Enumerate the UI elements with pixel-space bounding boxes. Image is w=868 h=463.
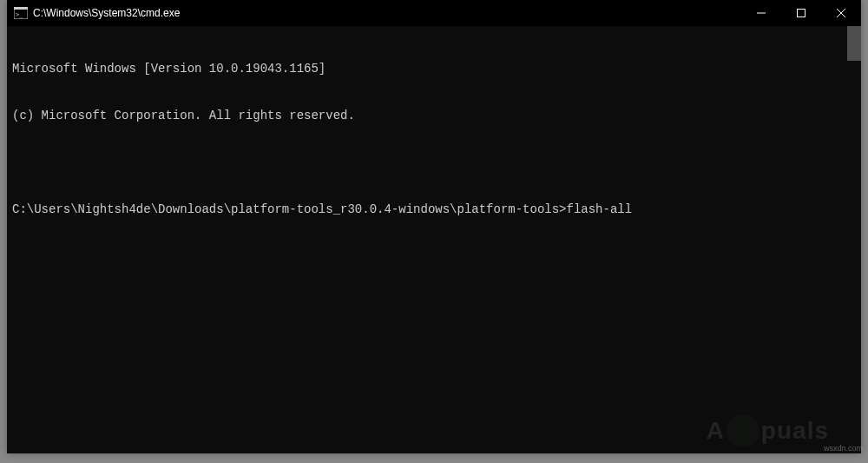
terminal-blank-line	[12, 155, 856, 170]
watermark-site: wsxdn.com	[824, 444, 863, 453]
cmd-window: >_ C:\Windows\System32\cmd.exe Microsoft…	[7, 0, 861, 453]
cmd-icon: >_	[14, 7, 28, 19]
watermark-logo: A puals	[707, 414, 829, 447]
terminal-output-line: Microsoft Windows [Version 10.0.19043.11…	[12, 61, 856, 76]
svg-rect-4	[798, 10, 806, 17]
close-button[interactable]	[821, 0, 861, 26]
titlebar[interactable]: >_ C:\Windows\System32\cmd.exe	[7, 0, 861, 26]
svg-text:>_: >_	[16, 11, 23, 18]
window-title: C:\Windows\System32\cmd.exe	[33, 7, 741, 19]
watermark-logo-icon	[727, 414, 760, 447]
terminal-content: Microsoft Windows [Version 10.0.19043.11…	[7, 26, 861, 252]
maximize-button[interactable]	[781, 0, 821, 26]
terminal-prompt: C:\Users\Nightsh4de\Downloads\platform-t…	[12, 202, 567, 216]
terminal-body[interactable]: Microsoft Windows [Version 10.0.19043.11…	[7, 26, 861, 453]
window-controls	[741, 0, 861, 26]
svg-rect-1	[14, 7, 28, 10]
scrollbar-track[interactable]	[847, 26, 861, 453]
watermark-text: A	[707, 417, 725, 445]
scrollbar-thumb[interactable]	[847, 26, 861, 61]
watermark-text: puals	[761, 417, 829, 445]
terminal-output-line: (c) Microsoft Corporation. All rights re…	[12, 108, 856, 123]
minimize-button[interactable]	[741, 0, 781, 26]
terminal-prompt-line: C:\Users\Nightsh4de\Downloads\platform-t…	[12, 202, 856, 217]
terminal-command: flash-all	[567, 202, 633, 216]
